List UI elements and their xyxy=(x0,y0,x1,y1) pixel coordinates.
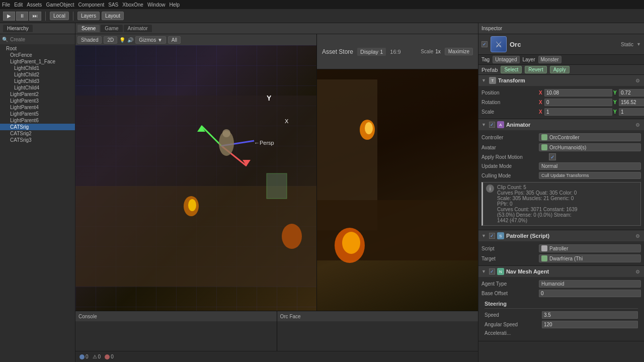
scene-tab[interactable]: Scene xyxy=(77,25,100,32)
transform-arrow: ▼ xyxy=(481,78,486,83)
speed-input[interactable] xyxy=(542,311,638,319)
scale-y-field: Y xyxy=(613,108,644,116)
menu-component[interactable]: Component xyxy=(78,2,105,8)
menu-edit[interactable]: Edit xyxy=(14,2,23,8)
scale-y-label: Y xyxy=(613,109,618,115)
object-enable-checkbox[interactable]: ✓ xyxy=(481,41,488,47)
animator-settings-icon[interactable]: ⚙ xyxy=(634,121,641,128)
prefab-apply-btn[interactable]: Apply xyxy=(550,66,570,73)
controller-field[interactable]: OrcController xyxy=(539,133,641,141)
navmesh-header[interactable]: ▼ ✓ N Nav Mesh Agent ⚙ xyxy=(478,266,644,277)
culling-mode-label: Culling Mode xyxy=(481,173,537,178)
scene-light-icon: 💡 xyxy=(119,37,125,43)
layer-dropdown[interactable]: Monster xyxy=(538,56,561,63)
hier-item-lightparent1[interactable]: LightParent_1_Face xyxy=(0,58,75,65)
controller-label: Controller xyxy=(481,135,537,140)
patroller-enable[interactable]: ✓ xyxy=(489,233,495,239)
step-button[interactable]: ⏭ xyxy=(29,12,41,21)
culling-mode-dropdown[interactable]: Cull Update Transforms xyxy=(539,172,641,179)
scale-x-input[interactable] xyxy=(544,108,612,116)
animator-title: Animator xyxy=(506,122,530,128)
menu-assets[interactable]: Assets xyxy=(27,2,42,8)
animator-header[interactable]: ▼ ✓ A Animator ⚙ xyxy=(478,119,644,130)
prefab-select-btn[interactable]: Select xyxy=(501,66,522,73)
hier-item-lightchild3[interactable]: LightChild3 xyxy=(0,78,75,84)
menu-help[interactable]: Help xyxy=(170,2,180,8)
layout-button[interactable]: Layout xyxy=(102,12,124,20)
agent-type-dropdown[interactable]: Humanoid xyxy=(539,280,641,288)
acceleration-row: Accelerati... xyxy=(485,329,638,337)
animator-tab[interactable]: Animator xyxy=(124,25,152,32)
object-name[interactable]: Orc xyxy=(510,41,521,48)
game-canvas[interactable]: ↖ xyxy=(317,34,478,311)
scale-y-input[interactable] xyxy=(619,108,644,116)
hier-item-catsrig2[interactable]: CATSrig2 xyxy=(0,130,75,137)
rotation-x-input[interactable] xyxy=(544,99,612,106)
menu-sas[interactable]: SAS xyxy=(108,2,118,8)
navmesh-actions: ⚙ xyxy=(634,268,641,275)
animator-bottom-tab[interactable]: Orc Face xyxy=(280,314,301,319)
game-tab[interactable]: Game xyxy=(101,25,122,32)
maximize-button[interactable]: Maximize xyxy=(445,48,473,55)
base-offset-input[interactable] xyxy=(539,290,641,297)
local-button[interactable]: Local xyxy=(50,12,69,20)
hier-item-lightchild2[interactable]: LightChild2 xyxy=(0,71,75,78)
patroller-header[interactable]: ▼ ✓ S Patroller (Script) ⚙ xyxy=(478,230,644,241)
display-label[interactable]: Display 1 xyxy=(357,48,386,56)
patroller-settings-icon[interactable]: ⚙ xyxy=(634,232,641,239)
target-field[interactable]: Dwarfriera (Thi xyxy=(539,254,641,262)
hier-item-lightparent2[interactable]: LightParent2 xyxy=(0,91,75,98)
steering-label: Steering xyxy=(485,299,638,309)
script-icon xyxy=(541,245,547,251)
hier-item-catsrig[interactable]: CATSrig xyxy=(0,124,75,130)
tag-dropdown[interactable]: Untagged xyxy=(493,56,519,63)
prefab-revert-btn[interactable]: Revert xyxy=(525,66,546,73)
apply-root-motion-checkbox[interactable]: ✓ xyxy=(549,153,556,160)
shaded-btn[interactable]: Shaded xyxy=(77,36,102,44)
update-mode-label: Update Mode xyxy=(481,163,537,169)
hier-item-lightparent4[interactable]: LightParent4 xyxy=(0,104,75,111)
transform-header[interactable]: ▼ T Transform ⚙ xyxy=(478,75,644,86)
inspector-title: Inspector xyxy=(481,26,502,31)
angular-speed-input[interactable] xyxy=(542,321,638,328)
avatar-field[interactable]: OrcHumanoid(s) xyxy=(539,143,641,151)
animator-enable[interactable]: ✓ xyxy=(489,122,495,128)
asset-store-label[interactable]: Asset Store xyxy=(322,48,353,55)
update-mode-dropdown[interactable]: Normal xyxy=(539,162,641,170)
menu-window[interactable]: Window xyxy=(147,2,166,8)
position-x-input[interactable] xyxy=(544,89,612,97)
transform-settings-icon[interactable]: ⚙ xyxy=(634,77,641,84)
menu-gameobject[interactable]: GameObject xyxy=(46,2,74,8)
console-tab[interactable]: Console xyxy=(78,314,97,319)
hierarchy-tab[interactable]: Hierarchy xyxy=(3,25,33,32)
gizmos-btn[interactable]: Gizmos ▼ xyxy=(135,36,166,44)
transform-body: Position X Y Z xyxy=(478,86,644,119)
navmesh-settings-icon[interactable]: ⚙ xyxy=(634,268,641,275)
hier-item-lightchild1[interactable]: LightChild1 xyxy=(0,65,75,71)
layers-button[interactable]: Layers xyxy=(77,12,100,20)
curves-count: Curves Count: 3071 Constant: 1639 xyxy=(497,207,578,212)
hier-item-lightparent5[interactable]: LightParent5 xyxy=(0,111,75,117)
console-header: Console xyxy=(75,311,277,321)
navmesh-enable[interactable]: ✓ xyxy=(489,268,495,275)
pause-button[interactable]: ⏸ xyxy=(16,12,28,21)
hier-item-orcfence[interactable]: OrcFence xyxy=(0,52,75,58)
animator-bottom-header: Orc Face xyxy=(277,311,478,321)
all-btn[interactable]: All xyxy=(168,36,181,44)
scene-canvas[interactable]: Y X ←Persp xyxy=(75,45,316,311)
menu-xboxone[interactable]: XboxOne xyxy=(122,2,143,8)
menu-file[interactable]: File xyxy=(2,2,10,8)
hier-item-lightparent6[interactable]: LightParent6 xyxy=(0,117,75,124)
play-button[interactable]: ▶ xyxy=(3,12,15,21)
static-arrow[interactable]: ▼ xyxy=(636,42,641,47)
svg-rect-1 xyxy=(75,96,316,186)
hier-item-catsrig3[interactable]: CATSrig3 xyxy=(0,137,75,143)
rotation-y-input[interactable] xyxy=(619,99,644,106)
tag-layer-row: Tag Untagged Layer Monster xyxy=(478,55,644,65)
position-y-input[interactable] xyxy=(619,89,644,97)
hier-item-lightchild4[interactable]: LightChild4 xyxy=(0,84,75,91)
2d-btn[interactable]: 2D xyxy=(104,36,117,44)
hier-item-lightparent3[interactable]: LightParent3 xyxy=(0,98,75,104)
script-field[interactable]: Patroller xyxy=(539,244,641,252)
hier-item-root[interactable]: Root xyxy=(0,45,75,52)
